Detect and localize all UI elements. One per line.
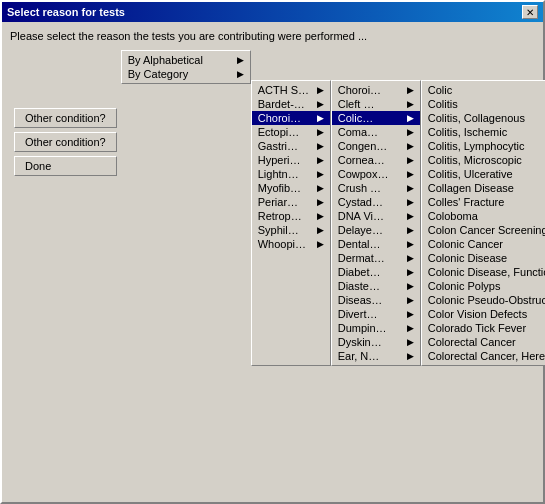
col2-label-2: Colic… bbox=[338, 112, 373, 124]
col2-arrow-2: ▶ bbox=[407, 113, 414, 123]
col3-item-6[interactable]: Colitis, Ulcerative bbox=[422, 167, 545, 181]
col3-item-14[interactable]: Colonic Polyps bbox=[422, 279, 545, 293]
other-condition-button-1[interactable]: Other condition? bbox=[14, 108, 117, 128]
col2-label-6: Cowpox… bbox=[338, 168, 389, 180]
col1-label-1: Bardet-… bbox=[258, 98, 305, 110]
col3-item-15[interactable]: Colonic Pseudo-Obstruction bbox=[422, 293, 545, 307]
col3-item-1[interactable]: Colitis bbox=[422, 97, 545, 111]
col1-label-4: Gastri… bbox=[258, 140, 298, 152]
col3-item-9[interactable]: Coloboma bbox=[422, 209, 545, 223]
col1-item-5[interactable]: Hyperi…▶ bbox=[252, 153, 330, 167]
col1-item-6[interactable]: Lightn…▶ bbox=[252, 167, 330, 181]
col1-item-7[interactable]: Myofib…▶ bbox=[252, 181, 330, 195]
col2-label-5: Cornea… bbox=[338, 154, 385, 166]
by-alphabetical-arrow: ▶ bbox=[237, 55, 244, 65]
col2-item-0[interactable]: Choroi…▶ bbox=[332, 83, 420, 97]
col1-item-2[interactable]: Choroi…▶ bbox=[252, 111, 330, 125]
col3-item-2[interactable]: Colitis, Collagenous bbox=[422, 111, 545, 125]
col2-item-15[interactable]: Diseas…▶ bbox=[332, 293, 420, 307]
col3-item-16[interactable]: Color Vision Defects bbox=[422, 307, 545, 321]
col2-arrow-15: ▶ bbox=[407, 295, 414, 305]
col1-item-10[interactable]: Syphil…▶ bbox=[252, 223, 330, 237]
col2-item-14[interactable]: Diaste…▶ bbox=[332, 279, 420, 293]
col2-item-12[interactable]: Dermat…▶ bbox=[332, 251, 420, 265]
col3-label-10: Colon Cancer Screening bbox=[428, 224, 545, 236]
col1-label-5: Hyperi… bbox=[258, 154, 301, 166]
col2-arrow-14: ▶ bbox=[407, 281, 414, 291]
col1-item-9[interactable]: Retrop…▶ bbox=[252, 209, 330, 223]
menu-column-1: ACTH S…▶Bardet-…▶Choroi…▶Ectopi…▶Gastri…… bbox=[251, 80, 331, 366]
col3-item-7[interactable]: Collagen Disease bbox=[422, 181, 545, 195]
done-button[interactable]: Done bbox=[14, 156, 117, 176]
col3-item-19[interactable]: Colorectal Cancer, Hereditary Nonpolypos… bbox=[422, 349, 545, 363]
col2-arrow-19: ▶ bbox=[407, 351, 414, 361]
by-alphabetical-item[interactable]: By Alphabetical ▶ bbox=[122, 53, 250, 67]
col2-item-10[interactable]: Delaye…▶ bbox=[332, 223, 420, 237]
col3-label-17: Colorado Tick Fever bbox=[428, 322, 526, 334]
top-menu: By Alphabetical ▶ By Category ▶ bbox=[121, 50, 251, 84]
col2-label-14: Diaste… bbox=[338, 280, 380, 292]
col2-item-11[interactable]: Dental…▶ bbox=[332, 237, 420, 251]
col2-item-8[interactable]: Cystad…▶ bbox=[332, 195, 420, 209]
side-buttons: Other condition? Other condition? Done bbox=[10, 50, 121, 494]
col3-label-0: Colic bbox=[428, 84, 452, 96]
col3-item-13[interactable]: Colonic Disease, Functional bbox=[422, 265, 545, 279]
menu-column-3: ColicColitisColitis, CollagenousColitis,… bbox=[421, 80, 545, 366]
col2-item-16[interactable]: Divert…▶ bbox=[332, 307, 420, 321]
col2-arrow-11: ▶ bbox=[407, 239, 414, 249]
col1-arrow-11: ▶ bbox=[317, 239, 324, 249]
col3-label-2: Colitis, Collagenous bbox=[428, 112, 525, 124]
col3-label-18: Colorectal Cancer bbox=[428, 336, 516, 348]
col3-item-5[interactable]: Colitis, Microscopic bbox=[422, 153, 545, 167]
col3-item-3[interactable]: Colitis, Ischemic bbox=[422, 125, 545, 139]
by-category-item[interactable]: By Category ▶ bbox=[122, 67, 250, 81]
col2-item-1[interactable]: Cleft …▶ bbox=[332, 97, 420, 111]
col2-item-6[interactable]: Cowpox…▶ bbox=[332, 167, 420, 181]
col2-item-17[interactable]: Dumpin…▶ bbox=[332, 321, 420, 335]
main-layout: Other condition? Other condition? Done B… bbox=[10, 50, 535, 494]
col3-label-15: Colonic Pseudo-Obstruction bbox=[428, 294, 545, 306]
by-category-arrow: ▶ bbox=[237, 69, 244, 79]
col2-item-4[interactable]: Congen…▶ bbox=[332, 139, 420, 153]
col2-item-5[interactable]: Cornea…▶ bbox=[332, 153, 420, 167]
menu-area: By Alphabetical ▶ By Category ▶ ACTH S…▶… bbox=[121, 50, 535, 494]
col3-item-4[interactable]: Colitis, Lymphocytic bbox=[422, 139, 545, 153]
col1-item-4[interactable]: Gastri…▶ bbox=[252, 139, 330, 153]
col3-label-14: Colonic Polyps bbox=[428, 280, 501, 292]
col2-label-1: Cleft … bbox=[338, 98, 375, 110]
col3-label-4: Colitis, Lymphocytic bbox=[428, 140, 525, 152]
col3-item-0[interactable]: Colic bbox=[422, 83, 545, 97]
col1-label-2: Choroi… bbox=[258, 112, 301, 124]
other-condition-button-2[interactable]: Other condition? bbox=[14, 132, 117, 152]
col1-item-8[interactable]: Periar…▶ bbox=[252, 195, 330, 209]
col2-item-7[interactable]: Crush …▶ bbox=[332, 181, 420, 195]
col3-item-8[interactable]: Colles' Fracture bbox=[422, 195, 545, 209]
close-button[interactable]: ✕ bbox=[522, 5, 538, 19]
col2-arrow-0: ▶ bbox=[407, 85, 414, 95]
col2-item-3[interactable]: Coma…▶ bbox=[332, 125, 420, 139]
col1-arrow-0: ▶ bbox=[317, 85, 324, 95]
col2-arrow-12: ▶ bbox=[407, 253, 414, 263]
col3-item-11[interactable]: Colonic Cancer bbox=[422, 237, 545, 251]
col1-arrow-9: ▶ bbox=[317, 211, 324, 221]
col1-item-3[interactable]: Ectopi…▶ bbox=[252, 125, 330, 139]
col2-label-9: DNA Vi… bbox=[338, 210, 384, 222]
col2-item-19[interactable]: Ear, N…▶ bbox=[332, 349, 420, 363]
col2-item-13[interactable]: Diabet…▶ bbox=[332, 265, 420, 279]
col2-item-18[interactable]: Dyskin…▶ bbox=[332, 335, 420, 349]
col3-label-16: Color Vision Defects bbox=[428, 308, 527, 320]
col2-label-8: Cystad… bbox=[338, 196, 383, 208]
col3-item-10[interactable]: Colon Cancer Screening bbox=[422, 223, 545, 237]
col2-item-9[interactable]: DNA Vi…▶ bbox=[332, 209, 420, 223]
col3-label-1: Colitis bbox=[428, 98, 458, 110]
col3-label-13: Colonic Disease, Functional bbox=[428, 266, 545, 278]
col3-item-17[interactable]: Colorado Tick Fever bbox=[422, 321, 545, 335]
col1-item-11[interactable]: Whoopi…▶ bbox=[252, 237, 330, 251]
col3-item-12[interactable]: Colonic Disease bbox=[422, 251, 545, 265]
col3-label-8: Colles' Fracture bbox=[428, 196, 505, 208]
col1-item-1[interactable]: Bardet-…▶ bbox=[252, 97, 330, 111]
col2-label-13: Diabet… bbox=[338, 266, 381, 278]
col3-item-18[interactable]: Colorectal Cancer bbox=[422, 335, 545, 349]
col1-item-0[interactable]: ACTH S…▶ bbox=[252, 83, 330, 97]
col2-item-2[interactable]: Colic…▶ bbox=[332, 111, 420, 125]
